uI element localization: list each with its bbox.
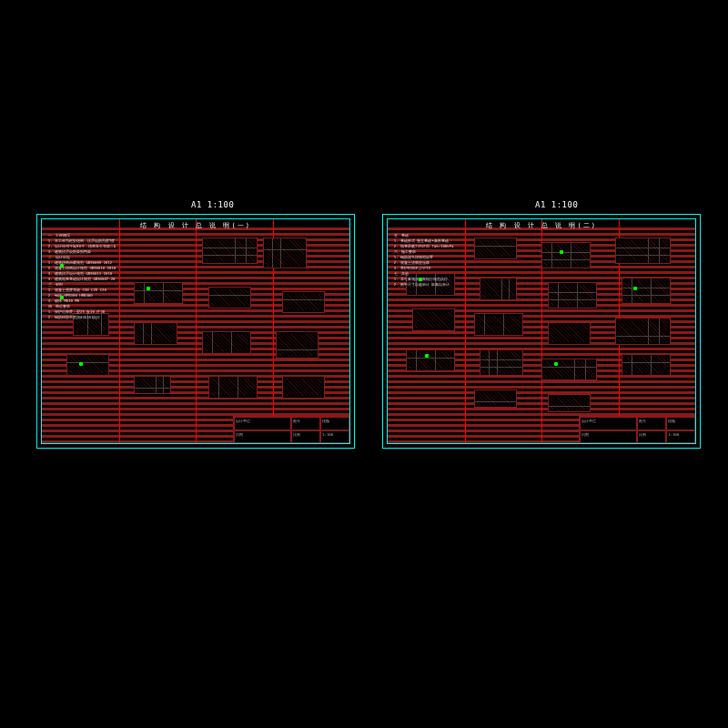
tb-cell: 比例 xyxy=(637,430,666,443)
note-line: 2. 设计使用年限50年，结构安全等级二级 xyxy=(48,244,116,249)
note-line: 3. 建筑抗震设计规范 GB50011-2010 xyxy=(48,271,116,277)
vline xyxy=(196,219,197,443)
note-line: 1. 本工程为框架结构，抗震设防烈度7度 xyxy=(48,238,116,244)
sheet-frame-1: 结 构 设 计 总 说 明(一) 一、工程概况1. 本工程为框架结构，抗震设防烈… xyxy=(36,214,355,449)
marker-icon xyxy=(633,287,637,290)
detail-drawing xyxy=(474,313,523,336)
notes-column-2: 五、基础1. 基础形式 独立基础+条形基础2. 地基承载力特征值 fak=180… xyxy=(394,233,461,288)
scale-label-1: A1 1:100 xyxy=(191,200,234,209)
detail-drawing xyxy=(622,354,671,377)
detail-drawing xyxy=(622,278,671,305)
note-line: 1. 建筑结构荷载规范 GB50009-2012 xyxy=(48,260,116,266)
marker-icon xyxy=(79,362,83,366)
marker-icon xyxy=(419,278,422,281)
marker-icon xyxy=(60,264,64,268)
tb-cell: 设计单位 xyxy=(234,417,292,430)
notes-column-1: 一、工程概况1. 本工程为框架结构，抗震设防烈度7度2. 设计使用年限50年，结… xyxy=(48,233,116,320)
scale-label-2: A1 1:100 xyxy=(535,200,578,209)
detail-drawing xyxy=(134,282,183,305)
tb-cell: 日期 xyxy=(580,430,638,443)
tb-cell: 设计单位 xyxy=(580,417,638,430)
tb-cell: 结施 xyxy=(666,417,695,430)
note-line: 1. 混凝土强度等级 C30 C25 C20 xyxy=(48,288,116,293)
vline xyxy=(119,219,120,443)
note-line: 2. 混凝土结构设计规范 GB50010-2010 xyxy=(48,266,116,271)
tb-cell: 1:100 xyxy=(320,430,349,443)
note-line: 2. 地基承载力特征值 fak=180kPa xyxy=(394,244,461,249)
cad-canvas: A1 1:100 结 构 设 计 总 说 明(一) 一、工程概况1. 本工程为框… xyxy=(0,0,728,728)
detail-drawing xyxy=(548,322,591,345)
detail-drawing xyxy=(474,389,517,408)
detail-drawing xyxy=(548,394,591,412)
tb-cell: 1:100 xyxy=(666,430,695,443)
detail-drawing xyxy=(474,238,517,260)
sheet-title-1: 结 构 设 计 总 说 明(一) xyxy=(140,221,251,230)
detail-drawing xyxy=(263,238,306,268)
detail-drawing xyxy=(548,282,597,309)
detail-drawing xyxy=(282,376,325,399)
tb-cell: 日期 xyxy=(234,430,292,443)
detail-drawing xyxy=(202,331,251,354)
tb-cell: 结施 xyxy=(320,417,349,430)
sheet-frame-2: 结 构 设 计 总 说 明(二) 五、基础1. 基础形式 独立基础+条形基础2.… xyxy=(382,214,701,449)
note-line: 2. 图中尺寸以毫米计 标高以米计 xyxy=(394,282,461,288)
tb-cell: 图号 xyxy=(291,417,320,430)
detail-drawing xyxy=(282,291,325,314)
detail-drawing xyxy=(66,354,109,377)
marker-icon xyxy=(60,296,64,299)
note-line: 4. 建筑地基基础设计规范 GB50007-2011 xyxy=(48,277,116,282)
marker-icon xyxy=(554,362,558,366)
titleblock-2: 设计单位 图号 结施 日期 比例 1:100 xyxy=(579,416,695,443)
detail-drawing xyxy=(615,318,671,345)
detail-drawing xyxy=(208,376,258,399)
sheet-inner-1: 结 构 设 计 总 说 明(一) 一、工程概况1. 本工程为框架结构，抗震设防烈… xyxy=(41,218,350,444)
marker-icon xyxy=(147,287,150,290)
note-line: 2. 钢筋锚固长度按03G101执行 xyxy=(48,315,116,320)
detail-drawing xyxy=(134,322,177,345)
titleblock-1: 设计单位 图号 结施 日期 比例 1:100 xyxy=(233,416,349,443)
vline xyxy=(465,219,466,443)
sheet-inner-2: 结 构 设 计 总 说 明(二) 五、基础1. 基础形式 独立基础+条形基础2.… xyxy=(387,218,696,444)
detail-drawing xyxy=(412,308,455,331)
detail-drawing xyxy=(202,238,258,265)
detail-drawing xyxy=(406,349,455,372)
detail-drawing xyxy=(208,287,251,309)
tb-cell: 比例 xyxy=(291,430,320,443)
detail-drawing xyxy=(134,376,171,394)
detail-drawing xyxy=(541,242,591,269)
detail-drawing xyxy=(480,278,517,300)
tb-cell: 图号 xyxy=(637,417,666,430)
sheet-title-2: 结 构 设 计 总 说 明(二) xyxy=(486,221,597,230)
marker-icon xyxy=(425,354,429,358)
detail-drawing xyxy=(615,238,671,265)
detail-drawing xyxy=(276,331,318,359)
detail-drawing xyxy=(480,349,522,377)
detail-drawing xyxy=(541,359,597,381)
